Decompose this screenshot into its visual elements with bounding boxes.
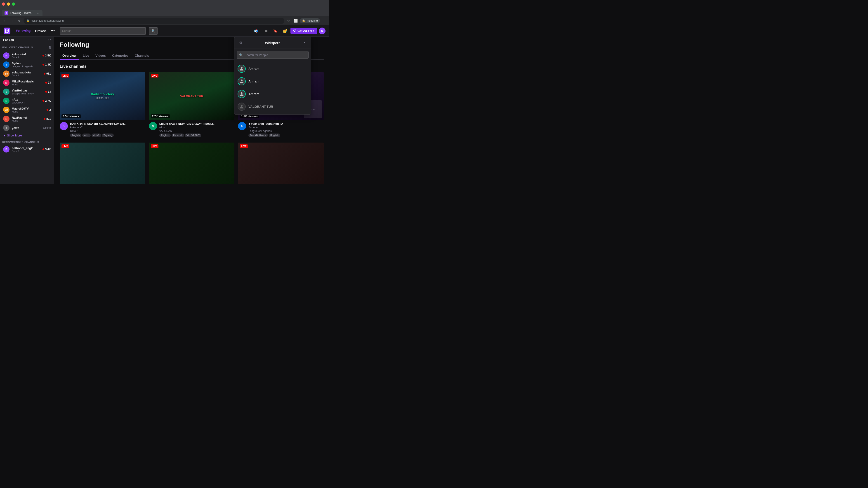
stream-tag[interactable]: English [159, 133, 170, 137]
tab-overview[interactable]: Overview [60, 52, 79, 60]
incognito-btn[interactable]: 🕵 Incognito [300, 18, 320, 23]
sidebar-item-kukudota2[interactable]: K kukudota2 Dota 2 3.5K [1, 51, 53, 60]
tab-channels[interactable]: Channels [132, 52, 152, 60]
stream-card-1[interactable]: LIVE VALORANT TUR 2.7K viewers N Liquid … [149, 72, 235, 137]
stream-channel-2: Sydeon [248, 126, 324, 129]
stream-tag[interactable]: Tagalog [102, 133, 114, 137]
search-input[interactable] [62, 29, 143, 33]
avatar-solapsapdota: So [3, 70, 9, 77]
sidebar-item-rayrachel[interactable]: R RayRachel Music 801 [1, 114, 53, 123]
avatar-magic899tv: Ma [3, 107, 9, 113]
refresh-btn[interactable]: ↺ [16, 18, 23, 24]
back-btn[interactable]: ← [2, 18, 8, 24]
stream-title-0: RANK 44 IN SEA :))) #11kMMRPLAYER... [70, 122, 145, 125]
sidebar-item-sydeon[interactable]: S Sydeon League of Legends 1.8K [1, 60, 53, 69]
user-avatar[interactable]: U [319, 28, 326, 34]
channel-name-rayrachel: RayRachel [12, 116, 41, 119]
bookmark-icon[interactable]: ☆ [285, 18, 291, 24]
whisper-contact-1[interactable]: Amram [235, 75, 311, 88]
sidebar: For You ↩ FOLLOWED CHANNELS ⇅ K kukudota… [0, 37, 54, 184]
stream-game-2: League of Legends [248, 129, 324, 133]
clips-btn[interactable]: 🔖 [272, 27, 279, 35]
forward-btn[interactable]: → [9, 18, 16, 24]
whisper-contact-2[interactable]: Amram [235, 88, 311, 100]
menu-btn[interactable]: ⋮ [321, 18, 327, 24]
whispers-panel: ⚙ Whispers × 🔍 Amram [234, 37, 311, 115]
back-arrow-icon: ↩ [48, 38, 51, 41]
stream-tag[interactable]: BlackBrilliance [248, 133, 268, 137]
recommended-channels-label: RECOMMENDED CHANNELS [2, 141, 39, 143]
window-min-btn[interactable] [7, 2, 10, 6]
stream-tag[interactable]: English [269, 133, 280, 137]
whisper-contact-0[interactable]: Amram [235, 62, 311, 75]
sidebar-item-nats[interactable]: N nAts VALORANT 2.7K [1, 96, 53, 105]
whispers-btn[interactable]: ✉ [262, 27, 270, 35]
stream-info-1: N Liquid nAts | NEW !GIVEAWAY | !розы...… [149, 122, 235, 137]
channel-name-mikarosemusic: MikaRoseMusic [12, 80, 43, 83]
channel-info-yowe: yowe [12, 126, 41, 130]
nav-more-btn[interactable]: ••• [49, 28, 56, 34]
stream-details-2: 5 year anni !subathon :D Sydeon League o… [248, 122, 324, 137]
bottom-stream-0[interactable]: LIVE [60, 142, 145, 184]
nav-browse[interactable]: Browse [33, 28, 49, 34]
show-more-btn[interactable]: ▼ Show More [0, 132, 54, 138]
bottom-streams-grid: LIVE LIVE LIVE [60, 142, 324, 184]
browser-titlebar [0, 0, 329, 8]
sidebar-item-magic899tv[interactable]: Ma Magic899TV Music 2 [1, 105, 53, 114]
sidebar-item-betboom[interactable]: B betboom_eng2 Dota 2 3.4K [1, 145, 53, 154]
channel-name-yowe: yowe [12, 126, 41, 130]
viewers-badge-0: 3.5K viewers [61, 114, 81, 119]
get-ad-free-btn[interactable]: 🛡 Get Ad-Free [290, 28, 317, 34]
bottom-stream-1[interactable]: LIVE [149, 142, 235, 184]
whispers-list: Amram Amram [235, 61, 311, 114]
channel-info-solapsapdota: solapsapdota Dota 2 [12, 71, 41, 77]
channel-game-solapsapdota: Dota 2 [12, 74, 41, 77]
notifications-btn[interactable]: 📬 [252, 27, 260, 35]
sidebar-item-vanholiday[interactable]: V VanHoliday Escape from Tarkov 13 [1, 87, 53, 96]
nav-following[interactable]: Following [14, 28, 32, 34]
stream-tag[interactable]: dota2 [92, 133, 101, 137]
active-tab[interactable]: T Following - Twitch × [2, 10, 42, 16]
tab-categories[interactable]: Categories [110, 52, 131, 60]
avatar-vanholiday: V [3, 89, 9, 95]
tab-favicon: T [4, 11, 8, 15]
window-close-btn[interactable] [2, 2, 5, 6]
channel-name-kukudota2: kukudota2 [12, 53, 40, 56]
stream-card-0[interactable]: LIVE Radiant VictoryREADY. SET. 3.5K vie… [60, 72, 145, 137]
window-max-btn[interactable] [12, 2, 15, 6]
crown-btn[interactable]: 👑 [281, 27, 289, 35]
bottom-live-badge-0: LIVE [61, 144, 69, 148]
whispers-close-btn[interactable]: × [301, 39, 308, 46]
stream-tag[interactable]: Русский [172, 133, 184, 137]
whisper-contact-3[interactable]: VALORANT TUR [235, 100, 311, 113]
tab-live[interactable]: Live [80, 52, 92, 60]
search-submit-btn[interactable]: 🔍 [149, 27, 158, 35]
live-dot-magic899tv [46, 109, 49, 111]
sidebar-item-yowe[interactable]: Y yowe Offline [1, 123, 53, 132]
tab-close-btn[interactable]: × [36, 11, 40, 15]
sort-btn[interactable]: ⇅ [48, 45, 52, 50]
whisper-name-2: Amram [248, 92, 259, 96]
bottom-stream-2[interactable]: LIVE [238, 142, 324, 184]
sidebar-item-mikarosemusic[interactable]: M MikaRoseMusic Music 93 [1, 78, 53, 87]
whisper-name-3: VALORANT TUR [248, 105, 273, 108]
whispers-settings-btn[interactable]: ⚙ [238, 39, 244, 46]
tab-videos[interactable]: Videos [93, 52, 108, 60]
stream-tag[interactable]: kuku [82, 133, 91, 137]
browser-nav-bar: ← → ↺ 🔒 twitch.tv/directory/following ☆ … [0, 16, 329, 25]
stream-tags-2: BlackBrilliance English [248, 133, 324, 137]
address-bar[interactable]: 🔒 twitch.tv/directory/following [24, 18, 284, 24]
channel-name-magic899tv: Magic899TV [12, 107, 44, 110]
twitch-logo[interactable] [4, 28, 10, 34]
sidebar-for-you[interactable]: For You ↩ [1, 37, 53, 43]
stream-title-2: 5 year anni !subathon :D [248, 122, 324, 125]
get-ad-free-label: Get Ad-Free [298, 29, 314, 33]
whispers-search-input[interactable] [245, 53, 306, 57]
stream-tag[interactable]: VALORANT [185, 133, 201, 137]
sidebar-item-solapsapdota[interactable]: So solapsapdota Dota 2 981 [1, 69, 53, 78]
stream-tag[interactable]: English [70, 133, 81, 137]
stream-tags-1: English Русский VALORANT [159, 133, 235, 137]
new-tab-btn[interactable]: + [43, 10, 49, 16]
tab-search-icon[interactable]: ⬜ [292, 18, 299, 24]
stream-avatar-1: N [149, 122, 157, 130]
